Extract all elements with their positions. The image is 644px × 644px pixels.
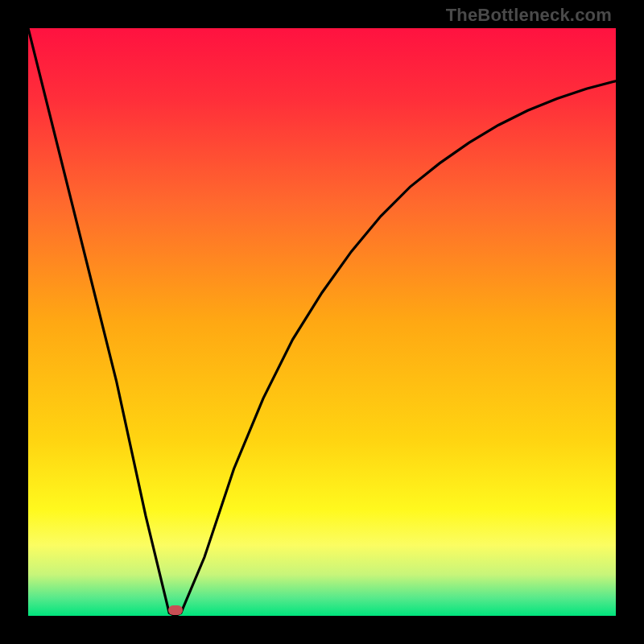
watermark-text: TheBottleneck.com [446, 5, 612, 26]
svg-rect-0 [28, 28, 616, 616]
plot-area [28, 28, 616, 616]
minimum-marker [168, 605, 183, 615]
chart-background-gradient [28, 28, 616, 616]
chart-container: TheBottleneck.com [0, 0, 644, 644]
